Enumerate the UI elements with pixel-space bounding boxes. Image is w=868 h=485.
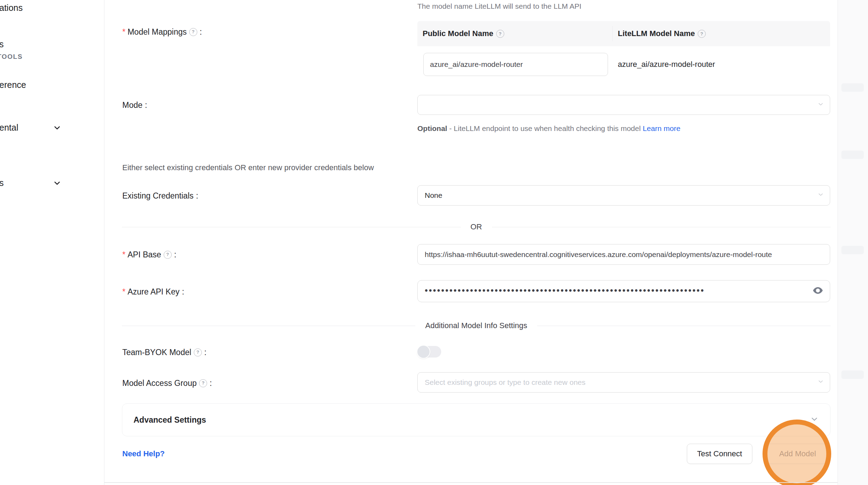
required-asterisk: * — [122, 286, 125, 297]
sidebar-item-s2[interactable]: s — [0, 177, 4, 188]
sidebar-item-erence[interactable]: erence — [0, 79, 26, 90]
litellm-model-name-header: LiteLLM Model Name ? — [613, 29, 830, 38]
existing-credentials-select[interactable]: None — [417, 185, 830, 206]
team-byok-toggle[interactable] — [418, 346, 441, 358]
advanced-settings-title: Advanced Settings — [134, 415, 206, 425]
help-icon[interactable]: ? — [194, 348, 202, 356]
help-icon[interactable]: ? — [189, 28, 197, 36]
help-icon[interactable]: ? — [496, 30, 504, 38]
public-model-name-header: Public Model Name ? — [417, 26, 613, 41]
api-base-input[interactable]: https://ishaa-mh6uutut-swedencentral.cog… — [417, 244, 830, 265]
toggle-knob — [417, 346, 430, 358]
sidebar: ations s TOOLS erence ental s — [0, 0, 104, 485]
sidebar-item-ental[interactable]: ental — [0, 122, 18, 133]
existing-credentials-label: Existing Credentials: — [122, 190, 198, 201]
help-icon[interactable]: ? — [199, 379, 207, 387]
background-blur-bar — [841, 83, 864, 92]
or-divider: OR — [122, 222, 831, 231]
required-asterisk: * — [122, 249, 125, 260]
sidebar-item-s1[interactable]: s — [0, 39, 4, 50]
learn-more-link[interactable]: Learn more — [643, 124, 680, 132]
help-icon[interactable]: ? — [698, 30, 706, 38]
test-connect-button[interactable]: Test Connect — [687, 444, 752, 464]
page-background-strip — [838, 0, 868, 485]
modal-bottom-border — [104, 482, 868, 483]
azure-api-key-label: * Azure API Key : — [122, 286, 184, 297]
advanced-settings-panel[interactable]: Advanced Settings — [122, 403, 831, 436]
table-header-row: Public Model Name ? LiteLLM Model Name ? — [417, 21, 830, 46]
mode-label: Mode: — [122, 99, 147, 111]
required-asterisk: * — [122, 26, 125, 37]
help-icon[interactable]: ? — [164, 251, 172, 259]
model-access-group-label: Model Access Group ? : — [122, 377, 212, 389]
mode-helper-text: Optional - LiteLLM endpoint to use when … — [417, 122, 702, 136]
mode-select[interactable] — [417, 95, 830, 115]
additional-info-divider: Additional Model Info Settings — [122, 321, 831, 330]
model-mappings-table: Public Model Name ? LiteLLM Model Name ?… — [417, 21, 830, 83]
add-model-form-screen: ations s TOOLS erence ental s The model … — [0, 0, 868, 485]
eye-icon[interactable] — [812, 286, 823, 297]
need-help-link[interactable]: Need Help? — [122, 449, 165, 458]
background-blur-bar — [841, 370, 864, 379]
sidebar-section-tools: TOOLS — [0, 53, 23, 61]
masked-password-dots: ••••••••••••••••••••••••••••••••••••••••… — [425, 285, 705, 296]
chevron-down-icon[interactable] — [53, 179, 62, 189]
litellm-model-name-helper: The model name LiteLLM will send to the … — [417, 1, 581, 12]
team-byok-label: Team-BYOK Model ? : — [122, 347, 206, 358]
sidebar-item-ations[interactable]: ations — [0, 2, 23, 13]
table-row: azure_ai/azure-model-router azure_ai/azu… — [417, 46, 830, 83]
background-blur-bar — [841, 246, 864, 254]
azure-api-key-input[interactable]: ••••••••••••••••••••••••••••••••••••••••… — [417, 280, 830, 302]
litellm-model-name-value: azure_ai/azure-model-router — [618, 60, 715, 69]
chevron-down-icon — [817, 378, 824, 387]
model-mappings-label: * Model Mappings ? : — [122, 26, 202, 37]
public-model-name-input[interactable]: azure_ai/azure-model-router — [423, 53, 608, 76]
chevron-down-icon — [817, 191, 824, 200]
chevron-down-icon — [817, 101, 824, 109]
add-model-button[interactable]: Add Model — [766, 444, 829, 464]
chevron-down-icon — [810, 415, 819, 425]
api-base-label: * API Base ? : — [122, 249, 176, 260]
chevron-down-icon[interactable] — [53, 123, 62, 134]
credentials-note: Either select existing credentials OR en… — [122, 162, 374, 173]
model-access-group-select[interactable]: Select existing groups or type to create… — [417, 372, 830, 393]
background-blur-bar — [841, 151, 864, 159]
